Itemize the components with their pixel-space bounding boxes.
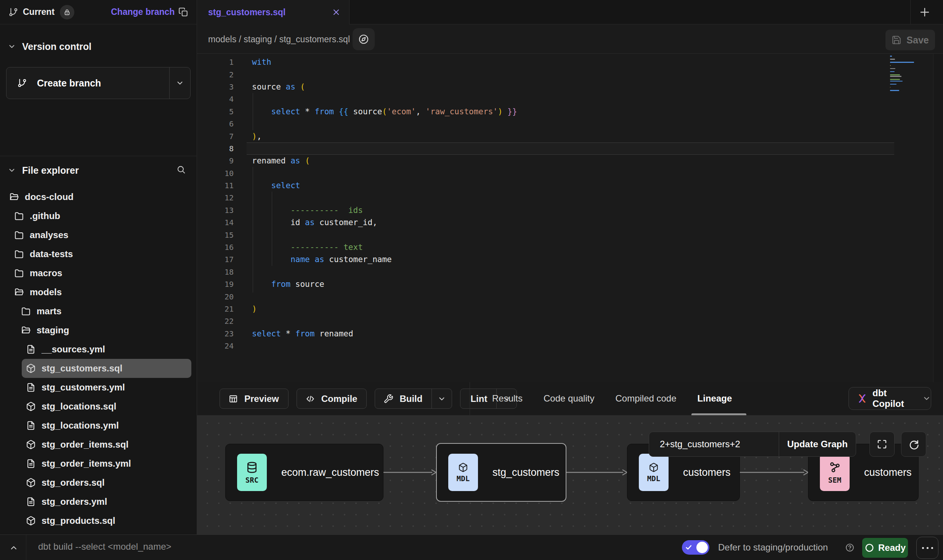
code-line-19[interactable]: 19 from source [197, 278, 943, 290]
code-line-11[interactable]: 11 select [197, 179, 943, 192]
current-branch-label: Current [23, 7, 55, 17]
dbt-copilot-button[interactable]: dbt Copilot [848, 387, 931, 410]
file-item-label: stg_order_items.yml [42, 458, 131, 469]
code-text: from source [252, 280, 324, 289]
tab-code-quality[interactable]: Code quality [544, 393, 594, 404]
refresh-button[interactable] [901, 432, 926, 457]
code-line-7[interactable]: 7), [197, 130, 943, 142]
expand-command-panel-button[interactable] [6, 540, 21, 555]
lineage-edge [740, 469, 810, 476]
status-ready-badge[interactable]: Ready [862, 538, 908, 558]
help-icon[interactable] [845, 543, 855, 552]
file-item-analyses[interactable]: analyses [0, 226, 197, 245]
code-line-17[interactable]: 17 name as customer_name [197, 253, 943, 266]
file-item-stg-orders-yml[interactable]: stg_orders.yml [0, 492, 197, 511]
code-icon [305, 394, 315, 404]
file-icon [26, 421, 36, 430]
code-line-15[interactable]: 15 [197, 229, 943, 241]
lineage-selector-input[interactable]: 2+stg_customers+2 [649, 439, 779, 450]
sidebar-divider [0, 156, 197, 156]
line-number: 9 [197, 156, 234, 165]
file-item-data-tests[interactable]: data-tests [0, 245, 197, 264]
code-line-4[interactable]: 4 [197, 93, 943, 105]
file-icon [26, 344, 36, 354]
minimap[interactable] [890, 56, 930, 93]
file-explorer-section-header[interactable]: File explorer [0, 161, 197, 180]
file-item-stg-locations-sql[interactable]: stg_locations.sql [0, 397, 197, 416]
code-text: id as customer_id, [252, 218, 377, 227]
fullscreen-button[interactable] [869, 432, 895, 457]
status-bar: dbt build --select <model_name> Defer to… [0, 534, 943, 560]
code-line-8[interactable]: 8 [197, 142, 943, 155]
editor-scrollbar[interactable] [933, 54, 943, 382]
code-line-6[interactable]: 6 [197, 118, 943, 130]
file-item-stg-orders-sql[interactable]: stg_orders.sql [0, 473, 197, 492]
code-line-16[interactable]: 16 ---------- text [197, 241, 943, 253]
branch-locked-badge [60, 5, 74, 19]
cube-icon [26, 363, 36, 373]
chevron-down-icon[interactable] [432, 395, 452, 403]
close-icon[interactable] [332, 8, 341, 17]
code-line-21[interactable]: 21) [197, 303, 943, 315]
file-item-models[interactable]: models [0, 283, 197, 302]
file-item-stg-locations-yml[interactable]: stg_locations.yml [0, 416, 197, 435]
file-item-stg-products-sql[interactable]: stg_products.sql [0, 511, 197, 530]
src-badge: SRC [237, 454, 267, 491]
code-text: ---------- ids [252, 206, 363, 215]
code-line-2[interactable]: 2 [197, 68, 943, 80]
lineage-node-ecom-raw-customers[interactable]: SRC ecom.raw_customers [225, 444, 383, 501]
code-line-24[interactable]: 24 [197, 340, 943, 352]
tab-compiled-code[interactable]: Compiled code [615, 393, 676, 404]
file-item-label: marts [37, 306, 61, 317]
git-branch-icon [17, 78, 27, 88]
preview-button[interactable]: Preview [220, 389, 289, 409]
tab-results[interactable]: Results [492, 393, 523, 404]
file-item-macros[interactable]: macros [0, 264, 197, 283]
code-text: name as customer_name [252, 255, 392, 264]
file-item--sources-yml[interactable]: __sources.yml [0, 340, 197, 359]
file-item-marts[interactable]: marts [0, 302, 197, 321]
line-number: 23 [197, 329, 234, 338]
build-button[interactable]: Build [375, 389, 452, 409]
code-line-18[interactable]: 18 [197, 266, 943, 278]
line-number: 21 [197, 304, 234, 314]
compile-button[interactable]: Compile [297, 389, 367, 409]
code-line-13[interactable]: 13 ---------- ids [197, 204, 943, 216]
code-line-23[interactable]: 23select * from renamed [197, 328, 943, 340]
save-button[interactable]: Save [885, 30, 935, 50]
file-item-stg-customers-sql[interactable]: stg_customers.sql [22, 359, 191, 378]
tab-stg-customers[interactable]: stg_customers.sql [197, 0, 350, 24]
more-options-button[interactable] [916, 537, 938, 559]
code-line-12[interactable]: 12 [197, 192, 943, 204]
file-item-stg-customers-yml[interactable]: stg_customers.yml [0, 378, 197, 397]
defer-toggle[interactable] [682, 540, 709, 555]
command-input[interactable]: dbt build --select <model_name> [38, 541, 610, 552]
explore-lineage-button[interactable] [353, 28, 375, 50]
file-item-docs-cloud[interactable]: docs-cloud [0, 187, 197, 206]
lineage-node-stg-customers[interactable]: MDL stg_customers [436, 443, 566, 502]
file-item--github[interactable]: .github [0, 206, 197, 226]
file-item-stg-order-items-sql[interactable]: stg_order_items.sql [0, 435, 197, 454]
lineage-panel[interactable]: SRC ecom.raw_customers MDL stg_customers… [197, 415, 943, 534]
code-line-5[interactable]: 5 select * from {{ source('ecom', 'raw_c… [197, 106, 943, 118]
file-item-stg-order-items-yml[interactable]: stg_order_items.yml [0, 454, 197, 473]
code-line-14[interactable]: 14 id as customer_id, [197, 216, 943, 229]
tab-lineage[interactable]: Lineage [698, 393, 732, 404]
update-graph-button[interactable]: Update Graph [779, 439, 856, 450]
chevron-down-icon[interactable] [170, 79, 190, 87]
copy-icon[interactable] [178, 7, 188, 17]
code-line-22[interactable]: 22 [197, 315, 943, 327]
create-branch-button[interactable]: Create branch [6, 67, 191, 99]
code-line-1[interactable]: 1with [197, 56, 943, 68]
change-branch-link[interactable]: Change branch [111, 7, 175, 17]
code-line-3[interactable]: 3source as ( [197, 81, 943, 93]
version-control-section-header[interactable]: Version control [0, 37, 197, 56]
lineage-edge [566, 469, 629, 476]
code-line-20[interactable]: 20 [197, 290, 943, 302]
search-icon[interactable] [176, 165, 186, 174]
code-editor[interactable]: 1with23source as (45 select * from {{ so… [197, 54, 943, 382]
code-line-10[interactable]: 10 [197, 167, 943, 179]
code-line-9[interactable]: 9renamed as ( [197, 155, 943, 167]
file-item-staging[interactable]: staging [0, 321, 197, 340]
new-tab-button[interactable] [916, 3, 933, 21]
